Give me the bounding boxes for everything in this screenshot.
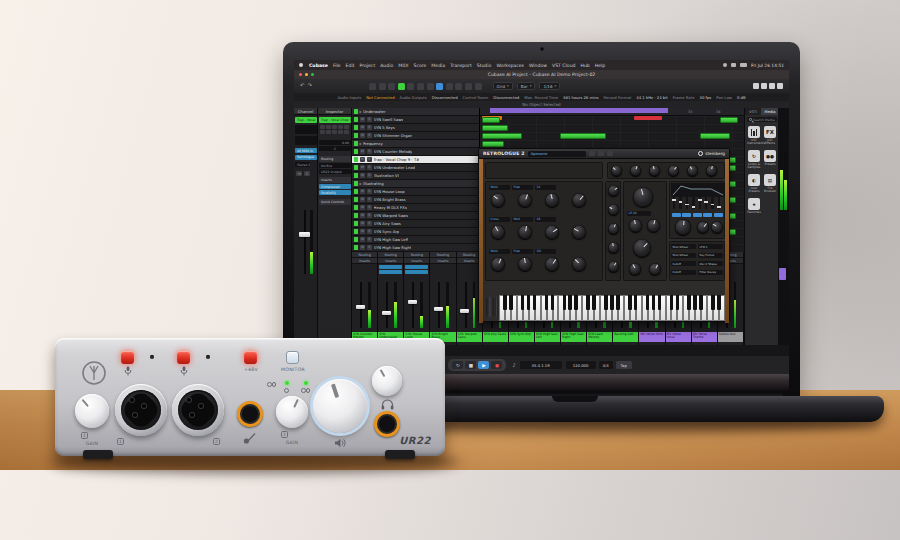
track-mute-button[interactable]: M bbox=[360, 157, 365, 162]
matrix-cell[interactable]: Cutoff bbox=[671, 261, 696, 266]
osc-knob[interactable] bbox=[491, 193, 505, 207]
menubar-clock[interactable]: Fri Jul 26 14:51 bbox=[751, 63, 784, 68]
track-row[interactable]: ▸Underwater bbox=[352, 108, 479, 116]
track-mute-button[interactable]: M bbox=[360, 245, 365, 250]
inspector-mini-button[interactable] bbox=[326, 125, 331, 129]
menu-item[interactable]: Audio bbox=[380, 63, 393, 68]
audio-clip[interactable] bbox=[482, 141, 504, 147]
inspector-mini-button[interactable] bbox=[326, 130, 331, 134]
piano-key-black[interactable] bbox=[592, 295, 596, 310]
track-row[interactable]: MSSYN Sync Arp bbox=[352, 228, 479, 236]
mod-chip[interactable] bbox=[672, 213, 681, 217]
piano-key-black[interactable] bbox=[652, 295, 656, 310]
track-solo-button[interactable]: S bbox=[367, 197, 372, 202]
track-mute-button[interactable]: M bbox=[360, 213, 365, 218]
menu-item[interactable]: MIDI bbox=[398, 63, 408, 68]
master-knob[interactable] bbox=[630, 165, 641, 176]
inspector-section-inserts[interactable]: Inserts bbox=[319, 177, 351, 183]
osc-knob[interactable] bbox=[545, 193, 559, 207]
prev-preset-button[interactable] bbox=[589, 151, 595, 156]
lfo-speed-knob[interactable] bbox=[711, 221, 723, 233]
inspector-volume[interactable]: 0.00 bbox=[319, 140, 351, 145]
piano-key-black[interactable] bbox=[509, 295, 513, 310]
track-row[interactable]: MSTrap - Vocal Chop 9 - T# bbox=[352, 156, 479, 164]
osc-param-field[interactable]: 16 bbox=[535, 217, 556, 222]
track-mute-button[interactable]: M bbox=[360, 133, 365, 138]
stop-button[interactable]: ■ bbox=[465, 361, 476, 369]
track-solo-button[interactable]: S bbox=[367, 117, 372, 122]
inspector-section-routing[interactable]: Routing bbox=[319, 156, 351, 162]
media-tile[interactable]: ★Favorites bbox=[747, 198, 761, 214]
filter-drive-knob[interactable] bbox=[633, 239, 651, 257]
menu-item[interactable]: Cubase bbox=[309, 63, 328, 68]
master-knob[interactable] bbox=[668, 165, 679, 176]
matrix-cell[interactable]: Mod Wheel bbox=[671, 253, 696, 258]
media-tile[interactable]: FXVST Effects bbox=[763, 126, 777, 146]
osc-param-field[interactable]: 32 bbox=[535, 185, 556, 190]
strip-insert-chip[interactable] bbox=[405, 270, 428, 275]
inspector-mini-button[interactable] bbox=[344, 125, 349, 129]
piano-key-black[interactable] bbox=[563, 295, 567, 310]
master-knob[interactable] bbox=[706, 165, 717, 176]
strip-inserts-header[interactable]: Inserts bbox=[430, 258, 455, 264]
track-row[interactable]: MSSYN Swell Saws bbox=[352, 116, 479, 124]
piano-key-black[interactable] bbox=[527, 295, 531, 310]
setup-toolbar-button[interactable] bbox=[777, 83, 783, 89]
track-row[interactable]: ▸Frequency bbox=[352, 140, 479, 148]
track-solo-button[interactable]: S bbox=[367, 221, 372, 226]
strip-insert-chip[interactable] bbox=[405, 265, 428, 270]
inspector-mini-button[interactable] bbox=[338, 130, 343, 134]
strip-insert-chip[interactable] bbox=[379, 270, 402, 275]
piano-key-black[interactable] bbox=[610, 295, 614, 310]
channel-mute-button[interactable]: M bbox=[296, 171, 302, 176]
piano-key-black[interactable] bbox=[687, 295, 691, 310]
tab-vsti[interactable]: VSTi bbox=[745, 108, 761, 115]
track-mute-button[interactable]: M bbox=[360, 221, 365, 226]
audio-clip[interactable] bbox=[482, 133, 522, 139]
record-button[interactable]: ● bbox=[491, 361, 502, 369]
osc-knob[interactable] bbox=[572, 225, 586, 239]
track-mute-button[interactable]: M bbox=[360, 197, 365, 202]
insert-slot-1[interactable]: Compressor bbox=[319, 184, 351, 189]
filter-key-knob[interactable] bbox=[649, 263, 661, 275]
toolbar-button[interactable] bbox=[417, 83, 424, 90]
mix-knob[interactable] bbox=[608, 242, 619, 253]
master-knob[interactable] bbox=[649, 165, 660, 176]
toolbar-button[interactable] bbox=[388, 83, 395, 90]
inspector-mini-button[interactable] bbox=[332, 130, 337, 134]
track-solo-button[interactable]: S bbox=[367, 237, 372, 242]
piano-key-black[interactable] bbox=[646, 295, 650, 310]
env-slider[interactable] bbox=[673, 197, 675, 209]
piano-key-black[interactable] bbox=[676, 295, 680, 310]
mod-chip[interactable] bbox=[682, 213, 691, 217]
env-slider[interactable] bbox=[699, 197, 701, 209]
piano-key-black[interactable] bbox=[521, 295, 525, 310]
track-mute-button[interactable]: M bbox=[360, 189, 365, 194]
matrix-cell[interactable]: Osc 2 Shape bbox=[698, 261, 723, 266]
toolbar-button[interactable] bbox=[436, 83, 443, 90]
menu-item[interactable]: Help bbox=[595, 63, 605, 68]
toolbar-dropdown[interactable]: 1/16▾ bbox=[539, 82, 560, 90]
apple-icon[interactable] bbox=[299, 63, 303, 67]
piano-key-black[interactable] bbox=[533, 295, 537, 310]
strip-inserts-header[interactable]: Inserts bbox=[352, 258, 377, 264]
media-tile[interactable]: ▤File Browser bbox=[763, 174, 777, 194]
piano-key-black[interactable] bbox=[699, 295, 703, 310]
strip-fader[interactable] bbox=[382, 311, 391, 315]
menu-item[interactable]: Studio bbox=[477, 63, 492, 68]
matrix-cell[interactable]: Mod Wheel bbox=[671, 244, 696, 249]
osc-param-field[interactable]: Cross bbox=[489, 217, 510, 222]
track-mute-button[interactable]: M bbox=[360, 173, 365, 178]
piano-key-black[interactable] bbox=[568, 295, 572, 310]
filter-mod-knob[interactable] bbox=[629, 263, 641, 275]
toolbar-button[interactable] bbox=[475, 83, 482, 90]
track-solo-button[interactable]: S bbox=[367, 157, 372, 162]
metronome-icon[interactable]: ♪ bbox=[512, 363, 515, 368]
track-solo-button[interactable]: S bbox=[367, 213, 372, 218]
osc-param-field[interactable]: Free bbox=[512, 185, 533, 190]
track-solo-button[interactable]: S bbox=[367, 165, 372, 170]
menu-item[interactable]: Window bbox=[529, 63, 547, 68]
env-slider[interactable] bbox=[692, 197, 694, 209]
cycle-button[interactable]: ↻ bbox=[452, 361, 463, 369]
menu-item[interactable]: Workspaces bbox=[496, 63, 524, 68]
